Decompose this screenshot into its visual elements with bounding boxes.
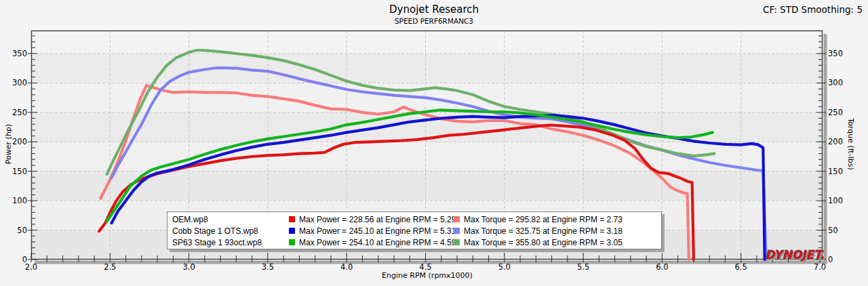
torque-series-swatch — [454, 228, 460, 234]
rpm-axis-tick-label: 2.0 — [16, 262, 46, 272]
rpm-axis-tick-label: 4.0 — [332, 262, 361, 272]
torque-axis-tick-label: 350 — [828, 49, 854, 58]
rpm-axis-tick-label: 7.0 — [805, 262, 835, 272]
power-axis-tick-label: 300 — [1, 78, 27, 87]
rpm-axis-tick-label: 3.0 — [174, 262, 204, 272]
y-axis-label-left: Power (hp) — [4, 104, 13, 185]
rpm-axis-tick-label: 5.5 — [568, 262, 598, 272]
legend-power-stat: Max Power = 254.10 at Engine RPM = 4.59 — [299, 238, 456, 247]
power-series-swatch — [289, 239, 295, 245]
torque-axis-tick-label: 50 — [828, 226, 854, 235]
torque-axis-tick-label: 100 — [828, 196, 854, 205]
rpm-axis-tick-label: 5.0 — [490, 262, 519, 272]
power-series-swatch — [289, 228, 295, 234]
torque-series-swatch — [454, 239, 460, 245]
rpm-axis-tick-label: 3.5 — [253, 262, 283, 272]
dynojet-logo: DYNOJET. — [766, 248, 825, 262]
power-axis-tick-label: 350 — [1, 49, 27, 58]
torque-series-swatch — [454, 216, 460, 222]
legend-run-name: SP63 Stage 1 93oct.wp8 — [172, 238, 289, 247]
legend-power-stat: Max Power = 245.10 at Engine RPM = 5.31 — [299, 226, 456, 236]
legend-row: Cobb Stage 1 OTS.wp8 Max Power = 245.10 … — [167, 225, 661, 237]
legend-row: OEM.wp8 Max Power = 228.56 at Engine RPM… — [167, 213, 661, 225]
legend-torque-stat: Max Torque = 355.80 at Engine RPM = 3.05 — [464, 238, 623, 247]
legend-run-name: OEM.wp8 — [172, 215, 289, 224]
power-axis-tick-label: 50 — [1, 226, 27, 235]
rpm-axis-tick-label: 6.0 — [647, 262, 677, 272]
power-series-swatch — [289, 216, 295, 222]
legend-torque-stat: Max Torque = 295.82 at Engine RPM = 2.73 — [464, 215, 623, 224]
legend-torque-stat: Max Torque = 325.75 at Engine RPM = 3.18 — [464, 226, 623, 236]
power-axis-tick-label: 100 — [1, 196, 27, 205]
rpm-axis-tick-label: 2.5 — [95, 262, 125, 272]
legend: OEM.wp8 Max Power = 228.56 at Engine RPM… — [167, 211, 662, 249]
dyno-screen: Dynojet Research SPEED PERF6RMANC3 CF: S… — [0, 0, 868, 286]
legend-row: SP63 Stage 1 93oct.wp8 Max Power = 254.1… — [167, 237, 661, 248]
torque-axis-tick-label: 300 — [828, 78, 854, 87]
x-axis-label: Engine RPM (rpmx1000) — [312, 271, 542, 280]
legend-power-stat: Max Power = 228.56 at Engine RPM = 5.29 — [299, 215, 456, 224]
rpm-axis-tick-label: 4.5 — [411, 262, 441, 272]
legend-run-name: Cobb Stage 1 OTS.wp8 — [172, 226, 289, 236]
rpm-axis-tick-label: 6.5 — [726, 262, 756, 272]
y-axis-label-right: Torque (ft-lbs) — [846, 104, 855, 185]
